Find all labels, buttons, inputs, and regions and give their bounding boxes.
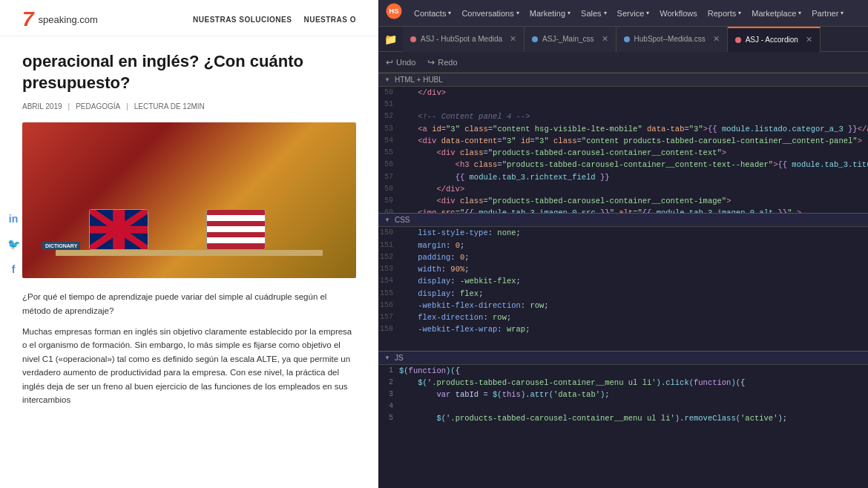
editor-topbar: HS Contacts ▾ Conversations ▾ Marketing …	[378, 0, 868, 27]
redo-button[interactable]: ↪ Redo	[427, 57, 457, 67]
css-line-157: 157 flex-direction: row;	[378, 311, 868, 323]
code-line-54: 54 <div data-content="3" id="3" class="c…	[378, 135, 868, 147]
nav-workflows[interactable]: Workflows	[660, 9, 697, 18]
css-line-156: 156 -webkit-flex-direction: row;	[378, 300, 868, 311]
css-line-153: 153 width: 90%;	[378, 263, 868, 275]
nav-partner[interactable]: Partner ▾	[812, 9, 844, 18]
collapse-html-icon[interactable]: ▼	[384, 76, 390, 83]
article-image: DICTIONARY	[22, 122, 356, 278]
logo: 7 speaking.com	[22, 9, 98, 30]
blog-content: in 🐦 f operacional en inglés? ¿Con cuánt…	[0, 36, 378, 414]
tab-asj-hubspot[interactable]: ASJ - HubSpot a Medida ✕	[403, 27, 525, 52]
editor-tabs-bar: 📁 ASJ - HubSpot a Medida ✕ ASJ-_Main_css…	[378, 27, 868, 52]
article-title: operacional en inglés? ¿Con cuánto presu…	[22, 51, 356, 93]
js-code-block[interactable]: 1$(function)({ 2 $('.products-tabbed-car…	[378, 365, 868, 488]
tab-asj-hubspot-label: ASJ - HubSpot a Medida	[421, 35, 502, 43]
topbar-nav: Contacts ▾ Conversations ▾ Marketing ▾ S…	[414, 9, 844, 18]
css-section-label: ▼ CSS	[378, 213, 868, 227]
code-line-59: 59 <div class="products-tabbed-carousel-…	[378, 195, 868, 207]
nav-service[interactable]: Service ▾	[617, 9, 650, 18]
tab-asj-accordion-label: ASJ - Accordion	[746, 36, 798, 44]
blog-panel: 7 speaking.com NUESTRAS SOLUCIONES NUEST…	[0, 0, 378, 488]
uk-flag	[89, 209, 148, 250]
html-section-title: HTML + HUBL	[395, 76, 443, 84]
js-line-2: 2 $('.products-tabbed-carousel-container…	[378, 377, 868, 389]
code-area: ▼ HTML + HUBL 50 </div> 51 52 <!-- Conte…	[378, 73, 868, 488]
us-flag	[206, 209, 266, 250]
code-line-57: 57 {{ module.tab_3.richtext_field }}	[378, 171, 868, 183]
js-line-1: 1$(function)({	[378, 365, 868, 377]
js-section-title: JS	[395, 354, 404, 362]
logo-text: speaking.com	[39, 14, 98, 25]
facebook-icon[interactable]: f	[6, 262, 21, 277]
tab-close-3[interactable]: ✕	[713, 34, 720, 44]
body-paragraph-1: ¿Por qué el tiempo de aprendizaje puede …	[22, 290, 356, 317]
tab-asj-main-css[interactable]: ASJ-_Main_css ✕	[525, 27, 616, 52]
twitter-icon[interactable]: 🐦	[6, 237, 21, 251]
article-meta: ABRIL 2019 | PEDAGOGÍA | LECTURA DE 12MI…	[22, 102, 356, 111]
nav-links: NUESTRAS SOLUCIONES NUESTRAS O	[193, 16, 356, 24]
tab-close-2[interactable]: ✕	[602, 34, 608, 44]
hubspot-logo: HS	[386, 3, 402, 23]
html-code-block[interactable]: 50 </div> 51 52 <!-- Content panel 4 -->…	[378, 87, 868, 213]
code-line-53: 53 <a id="3" class="content hsg-visible-…	[378, 123, 868, 135]
css-line-155: 155 display: flex;	[378, 288, 868, 300]
code-line-50: 50 </div>	[378, 87, 868, 99]
blog-header: 7 speaking.com NUESTRAS SOLUCIONES NUEST…	[0, 0, 378, 36]
tab-asj-main-css-label: ASJ-_Main_css	[542, 35, 594, 43]
linkedin-icon[interactable]: in	[6, 211, 21, 226]
css-line-152: 152 padding: 0;	[378, 251, 868, 263]
html-section-label: ▼ HTML + HUBL	[378, 73, 868, 87]
dictionary-book: DICTIONARY	[42, 242, 80, 250]
code-line-52: 52 <!-- Content panel 4 -->	[378, 111, 868, 122]
code-line-58: 58 </div>	[378, 183, 868, 195]
tab-close-1[interactable]: ✕	[510, 34, 516, 44]
meta-read-time: LECTURA DE 12MIN	[134, 102, 205, 111]
css-line-151: 151 margin: 0;	[378, 240, 868, 251]
nav-conversations[interactable]: Conversations ▾	[461, 9, 519, 18]
tab-hubspot-medida-css[interactable]: HubSpot--Medida.css ✕	[617, 27, 728, 52]
collapse-css-icon[interactable]: ▼	[384, 217, 390, 223]
code-line-55: 55 <div class="products-tabbed-carousel-…	[378, 147, 868, 159]
collapse-js-icon[interactable]: ▼	[384, 355, 390, 361]
nav-sales[interactable]: Sales ▾	[581, 9, 607, 18]
code-editor: HS Contacts ▾ Conversations ▾ Marketing …	[378, 0, 868, 488]
code-line-51: 51	[378, 99, 868, 111]
js-line-4: 4	[378, 400, 868, 412]
css-section-title: CSS	[395, 216, 410, 224]
logo-number: 7	[22, 9, 34, 30]
css-line-150: 150 list-style-type: none;	[378, 227, 868, 239]
svg-text:HS: HS	[389, 7, 399, 15]
nav-marketplace[interactable]: Marketplace ▾	[752, 9, 801, 18]
nav-marketing[interactable]: Marketing ▾	[530, 9, 571, 18]
js-line-5: 5 $('.products-tabbed-carousel-container…	[378, 412, 868, 424]
nav-item-1[interactable]: NUESTRAS SOLUCIONES	[193, 16, 292, 24]
tab-close-4[interactable]: ✕	[806, 35, 812, 44]
body-paragraph-2: Muchas empresas forman en inglés sin obj…	[22, 325, 356, 406]
article-body: ¿Por qué el tiempo de aprendizaje puede …	[22, 290, 356, 406]
code-line-60: 60 <img src="{{ module.tab_3.imagen_0.sr…	[378, 207, 868, 213]
css-code-block[interactable]: 150 list-style-type: none; 151 margin: 0…	[378, 227, 868, 350]
meta-date: ABRIL 2019	[22, 102, 62, 111]
nav-reports[interactable]: Reports ▾	[708, 9, 742, 18]
editor-toolbar: ↩ Undo ↪ Redo	[378, 52, 868, 73]
tab-asj-accordion[interactable]: ASJ - Accordion ✕	[728, 27, 821, 52]
code-line-56: 56 <h3 class="products-tabbed-carousel-c…	[378, 159, 868, 171]
shelf	[56, 250, 323, 256]
css-line-158: 158 -webkit-flex-wrap: wrap;	[378, 323, 868, 335]
js-line-3: 3 var tabId = $(this).attr('data-tab');	[378, 389, 868, 400]
css-line-154: 154 display: -webkit-flex;	[378, 275, 868, 287]
undo-button[interactable]: ↩ Undo	[386, 57, 415, 67]
js-section-label: ▼ JS	[378, 351, 868, 365]
folder-icon: 📁	[384, 33, 397, 45]
meta-category: PEDAGOGÍA	[76, 102, 120, 111]
nav-item-2[interactable]: NUESTRAS O	[303, 16, 356, 24]
nav-contacts[interactable]: Contacts ▾	[414, 9, 451, 18]
tab-hubspot-medida-css-label: HubSpot--Medida.css	[634, 35, 706, 43]
